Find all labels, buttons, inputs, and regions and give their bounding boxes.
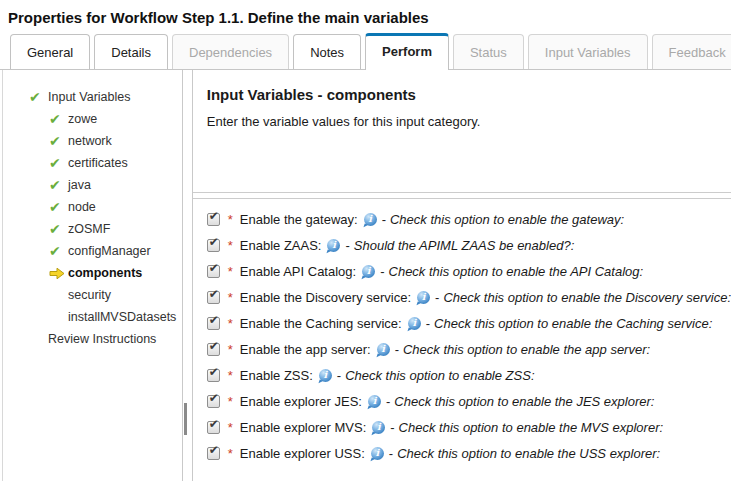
info-icon[interactable]: i	[377, 343, 390, 356]
info-icon[interactable]: i	[327, 239, 340, 252]
variable-label: Enable API Catalog:	[240, 264, 356, 279]
checkbox[interactable]: ✔	[207, 369, 220, 382]
sidebar-item-configmanager[interactable]: ✔configManager	[3, 240, 182, 262]
variable-row-enable-the-discovery-service: ✔*Enable the Discovery service:i-Check t…	[207, 284, 731, 310]
sidebar-item-label: node	[68, 200, 96, 214]
checkbox[interactable]: ✔	[207, 421, 220, 434]
checkbox[interactable]: ✔	[207, 213, 220, 226]
info-icon[interactable]: i	[362, 265, 375, 278]
variable-description: Check this option to enable the Caching …	[434, 316, 712, 331]
separator-dash: -	[337, 368, 341, 383]
sidebar-item-input-variables[interactable]: ✔Input Variables	[3, 86, 182, 108]
sidebar-item-installmvsdatasets[interactable]: installMVSDatasets	[3, 306, 182, 328]
tab-general[interactable]: General	[10, 34, 90, 69]
variables-list: ✔*Enable the gateway:i-Check this option…	[193, 198, 731, 481]
required-marker: *	[228, 264, 233, 279]
separator-dash: -	[390, 420, 394, 435]
sidebar-item-label: network	[68, 134, 112, 148]
info-icon[interactable]: i	[368, 395, 381, 408]
info-letter: i	[422, 292, 426, 302]
tab-dependencies[interactable]: Dependencies	[172, 34, 289, 69]
sidebar-item-label: Input Variables	[48, 90, 130, 104]
sidebar-item-components[interactable]: components	[3, 262, 182, 284]
sidebar-item-zowe[interactable]: ✔zowe	[3, 108, 182, 130]
checkbox[interactable]: ✔	[207, 265, 220, 278]
variable-description: Should the APIML ZAAS be enabled?:	[354, 238, 574, 253]
info-icon[interactable]: i	[408, 317, 421, 330]
sidebar-item-node[interactable]: ✔node	[3, 196, 182, 218]
sidebar-item-security[interactable]: security	[3, 284, 182, 306]
info-letter: i	[376, 448, 380, 458]
checkmark-icon: ✔	[209, 235, 219, 249]
sidebar-item-network[interactable]: ✔network	[3, 130, 182, 152]
variable-row-enable-the-gateway: ✔*Enable the gateway:i-Check this option…	[207, 206, 731, 232]
separator-dash: -	[435, 290, 439, 305]
variable-label: Enable the app server:	[240, 342, 371, 357]
sidebar-scrollbar[interactable]	[182, 70, 192, 481]
info-icon[interactable]: i	[371, 447, 384, 460]
checkmark-icon: ✔	[209, 443, 219, 457]
variable-row-enable-api-catalog: ✔*Enable API Catalog:i-Check this option…	[207, 258, 731, 284]
info-letter: i	[377, 422, 381, 432]
checkmark-icon: ✔	[209, 261, 219, 275]
variable-label: Enable the Caching service:	[240, 316, 402, 331]
info-letter: i	[324, 370, 328, 380]
sidebar-item-zosmf[interactable]: ✔zOSMF	[3, 218, 182, 240]
tab-status[interactable]: Status	[453, 34, 524, 69]
checkmark-icon: ✔	[209, 287, 219, 301]
checkbox[interactable]: ✔	[207, 291, 220, 304]
checkbox[interactable]: ✔	[207, 343, 220, 356]
check-icon: ✔	[49, 133, 68, 149]
checkbox[interactable]: ✔	[207, 395, 220, 408]
tab-notes[interactable]: Notes	[293, 34, 361, 69]
tab-perform[interactable]: Perform	[365, 33, 449, 70]
variable-description: Check this option to enable the USS expl…	[397, 446, 660, 461]
variable-label: Enable ZSS:	[240, 368, 313, 383]
info-icon[interactable]: i	[372, 421, 385, 434]
info-letter: i	[368, 214, 372, 224]
variable-row-enable-the-app-server: ✔*Enable the app server:i-Check this opt…	[207, 336, 731, 362]
sidebar-item-java[interactable]: ✔java	[3, 174, 182, 196]
variable-description: Check this option to enable the JES expl…	[394, 394, 654, 409]
checkmark-icon: ✔	[209, 391, 219, 405]
separator-dash: -	[426, 316, 430, 331]
variable-description: Check this option to enable the API Cata…	[389, 264, 644, 279]
info-icon[interactable]: i	[364, 213, 377, 226]
info-icon[interactable]: i	[319, 369, 332, 382]
tab-input-variables[interactable]: Input Variables	[528, 34, 648, 69]
check-icon: ✔	[49, 111, 68, 127]
check-icon: ✔	[49, 243, 68, 259]
sidebar-item-label: configManager	[68, 244, 151, 258]
variable-description: Check this option to enable the app serv…	[403, 342, 650, 357]
info-icon[interactable]: i	[417, 291, 430, 304]
section-heading: Input Variables - components	[207, 86, 717, 103]
scrollbar-thumb[interactable]	[184, 403, 187, 435]
separator-dash: -	[345, 238, 349, 253]
required-marker: *	[228, 446, 233, 461]
checkmark-icon: ✔	[209, 209, 219, 223]
variable-label: Enable ZAAS:	[240, 238, 322, 253]
required-marker: *	[228, 420, 233, 435]
sidebar-item-review-instructions[interactable]: Review Instructions	[3, 328, 182, 350]
required-marker: *	[228, 238, 233, 253]
separator-dash: -	[386, 394, 390, 409]
main-panel: Input Variables - components Enter the v…	[192, 70, 731, 481]
arrow-right-icon	[49, 267, 68, 280]
tab-feedback[interactable]: Feedback	[652, 34, 731, 69]
required-marker: *	[228, 368, 233, 383]
tab-details[interactable]: Details	[94, 34, 168, 69]
checkmark-icon: ✔	[209, 365, 219, 379]
checkbox[interactable]: ✔	[207, 317, 220, 330]
checkbox[interactable]: ✔	[207, 239, 220, 252]
main-header: Input Variables - components Enter the v…	[193, 70, 731, 193]
info-letter: i	[332, 240, 336, 250]
variable-row-enable-zss: ✔*Enable ZSS:i-Check this option to enab…	[207, 362, 731, 388]
check-icon: ✔	[49, 177, 68, 193]
checkmark-icon: ✔	[209, 417, 219, 431]
variable-row-enable-the-caching-service: ✔*Enable the Caching service:i-Check thi…	[207, 310, 731, 336]
checkmark-icon: ✔	[209, 313, 219, 327]
variable-description: Check this option to enable the Discover…	[443, 290, 731, 305]
sidebar-item-certificates[interactable]: ✔certificates	[3, 152, 182, 174]
checkbox[interactable]: ✔	[207, 447, 220, 460]
separator-dash: -	[389, 446, 393, 461]
